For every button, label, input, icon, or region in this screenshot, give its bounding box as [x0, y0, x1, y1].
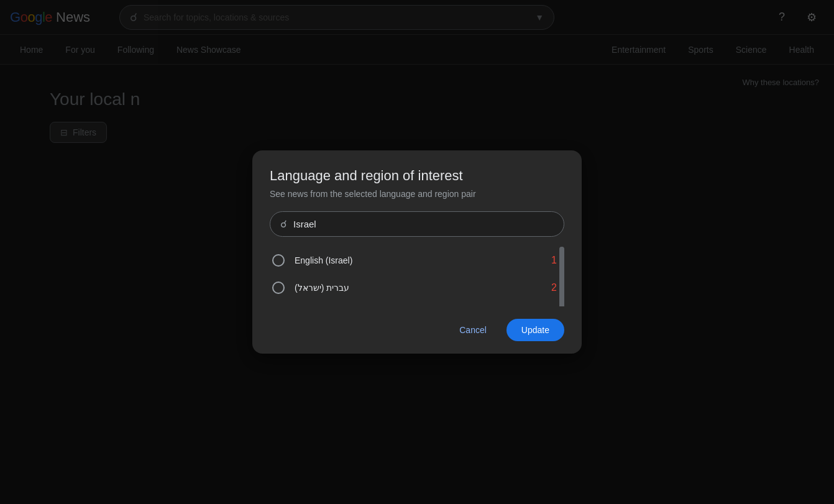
- scrollbar-track[interactable]: [559, 247, 564, 301]
- options-list: English (Israel) 1 עברית (ישראל) 2: [270, 242, 559, 306]
- update-button[interactable]: Update: [506, 319, 564, 341]
- dialog-title: Language and region of interest: [270, 168, 564, 184]
- option-label-2: עברית (ישראל): [295, 283, 541, 293]
- option-english-israel[interactable]: English (Israel) 1: [270, 247, 559, 274]
- option-hebrew-israel[interactable]: עברית (ישראל) 2: [270, 274, 559, 301]
- dialog-search-bar[interactable]: ☌: [270, 211, 564, 237]
- radio-english-israel[interactable]: [272, 254, 285, 267]
- option-number-1: 1: [551, 255, 557, 266]
- radio-hebrew-israel[interactable]: [272, 282, 285, 294]
- dialog-header: Language and region of interest See news…: [252, 150, 582, 242]
- scrollbar-thumb[interactable]: [559, 247, 564, 306]
- option-number-2: 2: [551, 282, 557, 293]
- dialog-subtitle: See news from the selected language and …: [270, 189, 564, 199]
- dialog-search-input[interactable]: [293, 219, 554, 229]
- modal-overlay[interactable]: Language and region of interest See news…: [0, 0, 834, 504]
- dialog-footer: Cancel Update: [252, 306, 582, 354]
- cancel-button[interactable]: Cancel: [449, 320, 497, 340]
- language-region-dialog: Language and region of interest See news…: [252, 150, 582, 354]
- options-wrapper: English (Israel) 1 עברית (ישראל) 2: [252, 242, 582, 306]
- option-label-1: English (Israel): [295, 255, 541, 265]
- dialog-search-icon: ☌: [280, 218, 287, 230]
